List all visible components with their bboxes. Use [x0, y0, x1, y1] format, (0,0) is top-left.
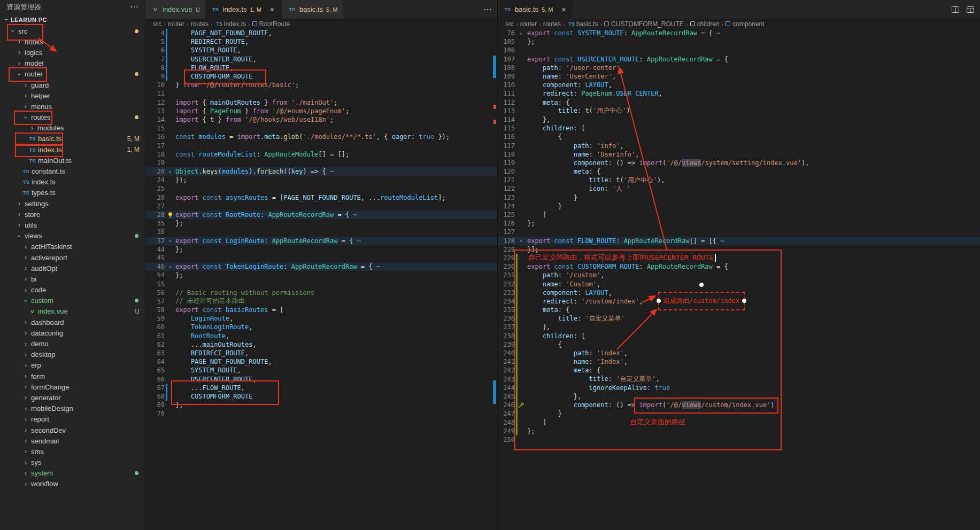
line-number[interactable]: 113 — [498, 107, 515, 115]
line-number[interactable]: 63 — [145, 349, 165, 357]
fold-chevron-icon[interactable]: › — [519, 30, 522, 36]
code-line-242[interactable]: 242 meta: { — [498, 366, 980, 375]
tree-item-workflow[interactable]: ›workflow — [0, 479, 145, 489]
line-number[interactable]: 116 — [498, 133, 515, 141]
code-line-233[interactable]: 233 component: LAYOUT, — [498, 289, 980, 297]
code-line-66[interactable]: 66 USERCENTER_ROUTE, — [145, 375, 497, 384]
tree-item-activereport[interactable]: ›activereport — [0, 252, 145, 263]
line-number[interactable]: 56 — [145, 289, 165, 297]
line-number[interactable]: 37 — [145, 237, 165, 245]
line-number[interactable]: 36 — [145, 228, 165, 236]
code-line-108[interactable]: 108 path: '/user-center', — [498, 64, 980, 72]
line-number[interactable]: 19 — [145, 159, 165, 167]
tree-item-form[interactable]: ›form — [0, 371, 145, 381]
code-line-118[interactable]: 118 name: 'UserInfo', — [498, 150, 980, 159]
tree-item-formChange[interactable]: ›formChange — [0, 381, 145, 392]
line-number[interactable]: 57 — [145, 298, 165, 305]
tree-item-constant.ts[interactable]: TSconstant.ts — [0, 166, 145, 176]
line-number[interactable]: 247 — [498, 410, 515, 417]
code-line-106[interactable]: 106 — [498, 46, 980, 54]
close-icon[interactable]: × — [559, 5, 568, 14]
breadcrumb-item-CUSTOMFORM_ROUTE[interactable]: CUSTOMFORM_ROUTE — [604, 20, 684, 28]
line-number[interactable]: 15 — [145, 124, 165, 132]
line-number[interactable]: 232 — [498, 280, 515, 288]
code-line-125[interactable]: 125 ] — [498, 211, 980, 219]
line-number[interactable]: 65 — [145, 367, 165, 374]
line-number[interactable]: 117 — [498, 142, 515, 150]
tree-item-routes[interactable]: ›routes — [0, 112, 145, 123]
line-number[interactable]: 55 — [145, 280, 165, 288]
tree-item-dashboard[interactable]: ›dashboard — [0, 317, 145, 328]
tree-item-mobileDesign[interactable]: ›mobileDesign — [0, 403, 145, 414]
line-number[interactable]: 76 — [498, 29, 515, 37]
tree-item-hooks[interactable]: ›hooks — [0, 36, 145, 47]
line-number[interactable]: 68 — [145, 393, 165, 400]
line-number[interactable]: 249 — [498, 427, 515, 435]
line-number[interactable]: 70 — [145, 410, 165, 417]
breadcrumb-item-children[interactable]: children — [690, 20, 720, 28]
fold-chevron-icon[interactable]: › — [168, 169, 172, 175]
line-number[interactable]: 62 — [145, 341, 165, 348]
tree-item-custom[interactable]: ›custom — [0, 295, 145, 306]
breadcrumb-item-router[interactable]: router — [168, 20, 184, 28]
code-line-20[interactable]: 20›Object.keys(modules).forEach((key) =>… — [145, 167, 497, 176]
code-line-11[interactable]: 11 — [145, 89, 497, 98]
tree-item-sms[interactable]: ›sms — [0, 446, 145, 457]
code-line-121[interactable]: 121 title: t('用户中心'), — [498, 176, 980, 184]
code-line-247[interactable]: 247 } — [498, 409, 980, 418]
line-number[interactable]: 241 — [498, 358, 515, 365]
code-line-13[interactable]: 13import { PageEnum } from '/@/enums/pag… — [145, 107, 497, 115]
code-line-114[interactable]: 114 }, — [498, 115, 980, 124]
tree-item-utils[interactable]: ›utils — [0, 220, 145, 230]
code-line-18[interactable]: 18const routeModuleList: AppRouteModule[… — [145, 150, 497, 159]
line-number[interactable]: 4 — [145, 29, 165, 37]
code-line-115[interactable]: 115 children: [ — [498, 124, 980, 132]
line-number[interactable]: 44 — [145, 246, 165, 253]
tree-item-dataconfig[interactable]: ›dataconfig — [0, 328, 145, 338]
line-number[interactable]: 20 — [145, 168, 165, 175]
tree-item-report[interactable]: ›report — [0, 414, 145, 425]
line-number[interactable]: 238 — [498, 332, 515, 340]
line-number[interactable]: 237 — [498, 323, 515, 331]
line-number[interactable]: 128 — [498, 237, 515, 245]
code-line-61[interactable]: 61 RootRoute, — [145, 332, 497, 340]
code-line-241[interactable]: 241 name: 'Index', — [498, 357, 980, 366]
code-line-239[interactable]: 239 { — [498, 340, 980, 349]
code-line-76[interactable]: 76›export const SYSTEM_ROUTE: AppRouteRe… — [498, 29, 980, 37]
tree-item-sendmail[interactable]: ›sendmail — [0, 435, 145, 446]
code-line-62[interactable]: 62 ...mainOutRoutes, — [145, 340, 497, 349]
code-line-238[interactable]: 238 children: [ — [498, 332, 980, 340]
line-number[interactable]: 107 — [498, 56, 515, 63]
line-number[interactable]: 235 — [498, 306, 515, 314]
line-number[interactable]: 243 — [498, 376, 515, 383]
close-icon[interactable]: × — [268, 5, 276, 14]
line-number[interactable]: 64 — [145, 358, 165, 365]
code-editor-basic-ts[interactable]: 76›export const SYSTEM_ROUTE: AppRouteRe… — [498, 29, 980, 530]
code-line-63[interactable]: 63 REDIRECT_ROUTE, — [145, 349, 497, 357]
tree-item-index.vue[interactable]: Vindex.vueU — [0, 306, 145, 317]
breadcrumb-item-src[interactable]: src — [153, 20, 161, 28]
code-line-24[interactable]: 24}); — [145, 176, 497, 184]
editor-layout-icon[interactable] — [966, 5, 975, 14]
line-number[interactable]: 61 — [145, 332, 165, 340]
line-number[interactable]: 13 — [145, 107, 165, 115]
tree-item-store[interactable]: ›store — [0, 209, 145, 220]
line-number[interactable]: 58 — [145, 306, 165, 314]
code-line-235[interactable]: 235 meta: { — [498, 306, 980, 314]
code-line-64[interactable]: 64 PAGE_NOT_FOUND_ROUTE, — [145, 357, 497, 366]
line-number[interactable]: 66 — [145, 376, 165, 383]
code-line-4[interactable]: 4 PAGE_NOT_FOUND_ROUTE, — [145, 29, 497, 37]
line-number[interactable]: 28 — [145, 211, 165, 219]
more-actions-icon[interactable]: ⋯ — [130, 3, 138, 11]
code-line-10[interactable]: 10} from '/@/router/routes/basic'; — [145, 81, 497, 89]
code-line-117[interactable]: 117 path: 'info', — [498, 141, 980, 150]
code-line-5[interactable]: 5 REDIRECT_ROUTE, — [145, 37, 497, 46]
breadcrumb-item-RootRoute[interactable]: RootRoute — [252, 20, 290, 28]
tab-index.ts[interactable]: TSindex.ts1, M× — [206, 0, 282, 19]
code-line-120[interactable]: 120 meta: { — [498, 167, 980, 176]
line-number[interactable]: 45 — [145, 254, 165, 262]
code-line-68[interactable]: 68 CUSTOMFORM_ROUTE — [145, 392, 497, 401]
line-number[interactable]: 125 — [498, 211, 515, 219]
line-number[interactable]: 228 — [498, 246, 515, 253]
workspace-header[interactable]: › LEARUN PC — [0, 14, 145, 26]
